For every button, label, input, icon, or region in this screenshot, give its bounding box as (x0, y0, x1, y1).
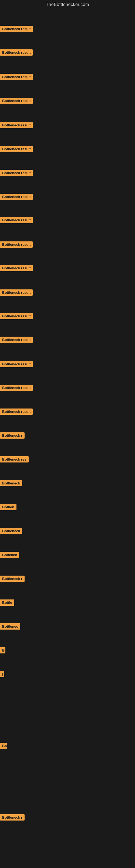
bottleneck-item-13: Bottleneck result (0, 313, 33, 320)
bottleneck-item-27: B (0, 647, 5, 654)
bottleneck-badge-12[interactable]: Bottleneck result (0, 289, 33, 296)
bottleneck-item-19: Bottleneck res (0, 456, 29, 464)
bottleneck-item-7: Bottleneck result (0, 170, 33, 177)
bottleneck-badge-11[interactable]: Bottleneck result (0, 265, 33, 271)
bottleneck-badge-14[interactable]: Bottleneck result (0, 337, 33, 343)
bottleneck-badge-20[interactable]: Bottleneck (0, 480, 22, 486)
bottleneck-badge-5[interactable]: Bottleneck result (0, 122, 33, 128)
bottleneck-badge-7[interactable]: Bottleneck result (0, 170, 33, 176)
bottleneck-badge-30[interactable]: Bottleneck r (0, 814, 25, 820)
bottleneck-badge-10[interactable]: Bottleneck result (0, 241, 33, 248)
bottleneck-badge-26[interactable]: Bottlenec (0, 623, 20, 629)
bottleneck-item-25: Bottle (0, 599, 14, 607)
bottleneck-badge-9[interactable]: Bottleneck result (0, 217, 33, 223)
bottleneck-badge-15[interactable]: Bottleneck result (0, 361, 33, 367)
site-title: TheBottlenecker.com (0, 0, 135, 10)
bottleneck-item-8: Bottleneck result (0, 194, 33, 201)
bottleneck-item-17: Bottleneck result (0, 408, 33, 416)
bottleneck-badge-19[interactable]: Bottleneck res (0, 456, 29, 463)
bottleneck-item-6: Bottleneck result (0, 146, 33, 153)
bottleneck-badge-4[interactable]: Bottleneck result (0, 98, 33, 104)
bottleneck-badge-3[interactable]: Bottleneck result (0, 74, 33, 80)
bottleneck-badge-28[interactable]: | (0, 671, 4, 677)
bottleneck-item-3: Bottleneck result (0, 74, 33, 81)
bottleneck-item-9: Bottleneck result (0, 217, 33, 224)
bottleneck-item-10: Bottleneck result (0, 241, 33, 249)
bottleneck-badge-24[interactable]: Bottleneck r (0, 576, 25, 582)
bottleneck-badge-25[interactable]: Bottle (0, 599, 14, 606)
bottleneck-badge-23[interactable]: Botlenec (0, 552, 19, 558)
bottleneck-badge-2[interactable]: Bottleneck result (0, 50, 33, 56)
bottleneck-item-29: Bo (0, 743, 7, 750)
bottleneck-badge-1[interactable]: Bottleneck result (0, 26, 33, 32)
bottleneck-badge-13[interactable]: Bottleneck result (0, 313, 33, 319)
bottleneck-badge-27[interactable]: B (0, 647, 5, 653)
bottleneck-badge-21[interactable]: Bottlen (0, 504, 16, 510)
bottleneck-item-24: Bottleneck r (0, 576, 25, 583)
bottleneck-item-5: Bottleneck result (0, 122, 33, 129)
bottleneck-item-21: Bottlen (0, 504, 16, 511)
bottleneck-item-15: Bottleneck result (0, 361, 33, 368)
bottleneck-item-2: Bottleneck result (0, 50, 33, 57)
bottleneck-badge-6[interactable]: Bottleneck result (0, 146, 33, 152)
bottleneck-badge-18[interactable]: Bottleneck r (0, 432, 25, 439)
bottleneck-item-16: Bottleneck result (0, 384, 33, 392)
bottleneck-badge-29[interactable]: Bo (0, 743, 7, 749)
bottleneck-badge-22[interactable]: Bottleneck (0, 528, 22, 534)
bottleneck-item-23: Botlenec (0, 552, 19, 559)
bottleneck-item-11: Bottleneck result (0, 265, 33, 272)
bottleneck-item-22: Bottleneck (0, 528, 22, 535)
bottleneck-item-4: Bottleneck result (0, 98, 33, 105)
bottleneck-item-14: Bottleneck result (0, 337, 33, 344)
bottleneck-item-26: Bottlenec (0, 623, 20, 631)
bottleneck-item-12: Bottleneck result (0, 289, 33, 297)
bottleneck-item-20: Bottleneck (0, 480, 22, 488)
bottleneck-badge-8[interactable]: Bottleneck result (0, 194, 33, 200)
bottleneck-item-30: Bottleneck r (0, 814, 25, 822)
bottleneck-badge-17[interactable]: Bottleneck result (0, 408, 33, 415)
bottleneck-item-28: | (0, 671, 4, 678)
bottleneck-badge-16[interactable]: Bottleneck result (0, 384, 33, 391)
bottleneck-item-1: Bottleneck result (0, 26, 33, 33)
bottleneck-item-18: Bottleneck r (0, 432, 25, 440)
